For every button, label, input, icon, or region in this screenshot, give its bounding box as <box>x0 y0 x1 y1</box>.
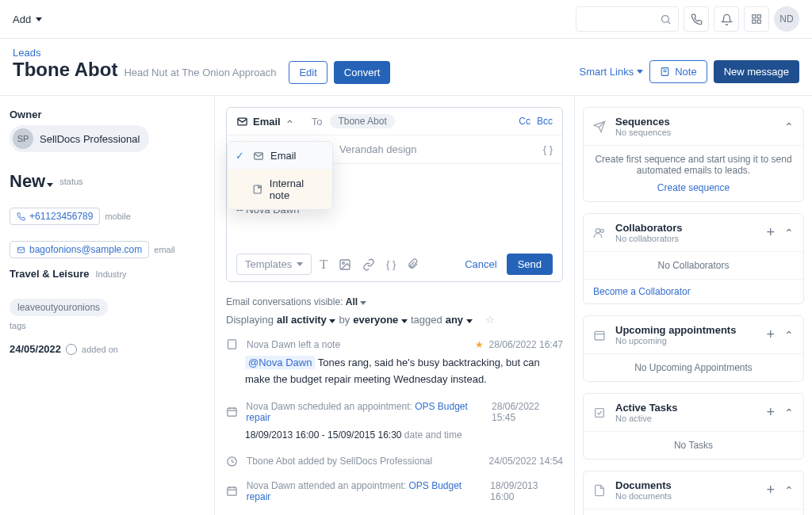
collapse-icon[interactable]: ⌃ <box>784 227 794 239</box>
activity-item: Nova Dawn left a note ★ 28/06/2022 16:47… <box>226 338 563 388</box>
braces-icon[interactable]: { } <box>386 258 396 270</box>
document-icon <box>593 484 607 497</box>
mention[interactable]: @Nova Dawn <box>245 356 315 369</box>
phone-chip[interactable]: +61123456789 <box>10 208 100 225</box>
task-icon <box>593 406 607 419</box>
collapse-icon[interactable]: ⌃ <box>784 329 794 341</box>
text-format-icon[interactable]: T <box>320 258 327 272</box>
svg-rect-29 <box>596 408 604 417</box>
apps-button[interactable] <box>744 6 769 32</box>
svg-line-1 <box>668 21 670 24</box>
cc-button[interactable]: Cc <box>519 116 530 127</box>
activity-filter[interactable]: all activity <box>277 314 336 326</box>
image-icon[interactable] <box>339 258 351 271</box>
collapse-icon[interactable]: ⌃ <box>784 484 794 497</box>
tag-pill[interactable]: leaveoutyouronions <box>10 299 108 316</box>
star-filter-icon[interactable]: ☆ <box>485 314 495 326</box>
chevron-down-icon <box>360 301 366 305</box>
status-dropdown[interactable]: New <box>10 171 53 192</box>
mail-icon <box>253 151 264 162</box>
email-chip[interactable]: bagofonions@sample.com <box>10 241 149 258</box>
attachment-icon[interactable] <box>407 258 419 270</box>
templates-button[interactable]: Templates <box>236 254 312 275</box>
chevron-down-icon <box>401 319 408 323</box>
lead-header: Leads Tbone Abot Head Nut at The Onion A… <box>0 39 812 96</box>
card-tasks: Active Tasks No active +⌃ No Tasks <box>583 393 804 460</box>
notifications-button[interactable] <box>714 6 739 32</box>
owner-label: Owner <box>10 109 205 120</box>
industry-value: Travel & Leisure <box>10 268 89 280</box>
owner-pill[interactable]: SP SellDocs Professional <box>10 125 149 152</box>
svg-point-0 <box>662 15 669 22</box>
added-date: 24/05/2022 <box>10 343 61 355</box>
collapse-icon[interactable]: ⌃ <box>784 120 794 133</box>
chevron-down-icon <box>329 319 335 323</box>
become-collaborator-link[interactable]: Become a Collaborator <box>593 286 691 297</box>
tags-label: tags <box>10 321 205 330</box>
add-button[interactable]: + <box>766 224 775 241</box>
svg-rect-2 <box>753 15 756 18</box>
status-label: status <box>59 177 82 186</box>
to-label: To <box>312 116 323 128</box>
send-button[interactable]: Send <box>507 254 553 275</box>
conversations-filter[interactable]: Email conversations visible: All <box>226 296 563 307</box>
braces-icon[interactable]: { } <box>543 143 553 155</box>
search-icon <box>660 13 672 25</box>
check-icon: ✓ <box>236 150 247 162</box>
card-appointments: Upcoming appointments No upcoming +⌃ No … <box>583 315 804 382</box>
right-panel: Sequences No sequences ⌃ Create first se… <box>574 96 812 515</box>
user-avatar[interactable]: ND <box>774 6 799 32</box>
compose-box: Email To Tbone Abot Cc Bcc ✓ Email <box>226 107 563 282</box>
globe-icon <box>66 344 77 355</box>
phone-icon <box>17 212 25 221</box>
owner-avatar: SP <box>13 128 33 149</box>
add-button[interactable]: + <box>766 404 775 421</box>
smart-links-dropdown[interactable]: Smart Links <box>580 66 644 78</box>
note-button[interactable]: Note <box>649 60 707 83</box>
svg-rect-12 <box>255 185 262 193</box>
mail-icon <box>236 116 248 128</box>
breadcrumb[interactable]: Leads <box>13 47 40 59</box>
phone-button[interactable] <box>684 6 709 32</box>
search-input[interactable] <box>576 6 679 32</box>
create-sequence-link[interactable]: Create sequence <box>657 182 730 193</box>
new-message-button[interactable]: New message <box>714 60 799 83</box>
compose-type-menu: ✓ Email Internal note <box>227 141 333 210</box>
by-filter[interactable]: everyone <box>353 314 408 326</box>
lead-subtitle: Head Nut at The Onion Approach <box>124 67 276 78</box>
tag-filter[interactable]: any <box>446 314 473 326</box>
chevron-down-icon <box>466 319 473 323</box>
email-label: email <box>154 245 174 254</box>
bcc-button[interactable]: Bcc <box>537 116 553 127</box>
svg-rect-3 <box>757 15 760 18</box>
card-collaborators: Collaborators No collaborators +⌃ No Col… <box>583 213 804 304</box>
owner-name: SellDocs Professional <box>40 133 140 145</box>
convert-button[interactable]: Convert <box>334 61 391 84</box>
card-sequences: Sequences No sequences ⌃ Create first se… <box>583 107 804 202</box>
cancel-button[interactable]: Cancel <box>465 258 496 270</box>
svg-rect-16 <box>228 408 236 416</box>
send-icon <box>593 120 607 133</box>
note-icon <box>252 184 262 195</box>
activity-item: Tbone Abot added by SellDocs Professiona… <box>226 456 563 467</box>
menu-item-internal-note[interactable]: Internal note <box>228 170 332 209</box>
activity-item: Nova Dawn attended an appointment: OPS B… <box>226 480 563 502</box>
edit-button[interactable]: Edit <box>289 61 327 84</box>
svg-point-25 <box>596 228 599 232</box>
card-documents: Documents No documents +⌃ No Documents <box>583 471 804 515</box>
collapse-icon[interactable]: ⌃ <box>784 406 794 419</box>
add-button[interactable]: + <box>766 482 775 498</box>
recipient-pill[interactable]: Tbone Abot <box>330 114 394 128</box>
chevron-down-icon <box>36 17 42 21</box>
menu-item-email[interactable]: ✓ Email <box>228 142 332 170</box>
add-button[interactable]: + <box>766 326 775 343</box>
svg-rect-21 <box>228 487 236 495</box>
activity-item: Nova Dawn scheduled an appointment: OPS … <box>226 401 563 443</box>
star-icon[interactable]: ★ <box>475 339 484 350</box>
add-label: Add <box>13 13 31 25</box>
add-dropdown[interactable]: Add <box>13 13 42 25</box>
calendar-icon <box>226 485 240 497</box>
compose-type-dropdown[interactable]: Email <box>236 116 294 128</box>
chevron-up-icon <box>285 117 294 126</box>
link-icon[interactable] <box>362 258 375 271</box>
